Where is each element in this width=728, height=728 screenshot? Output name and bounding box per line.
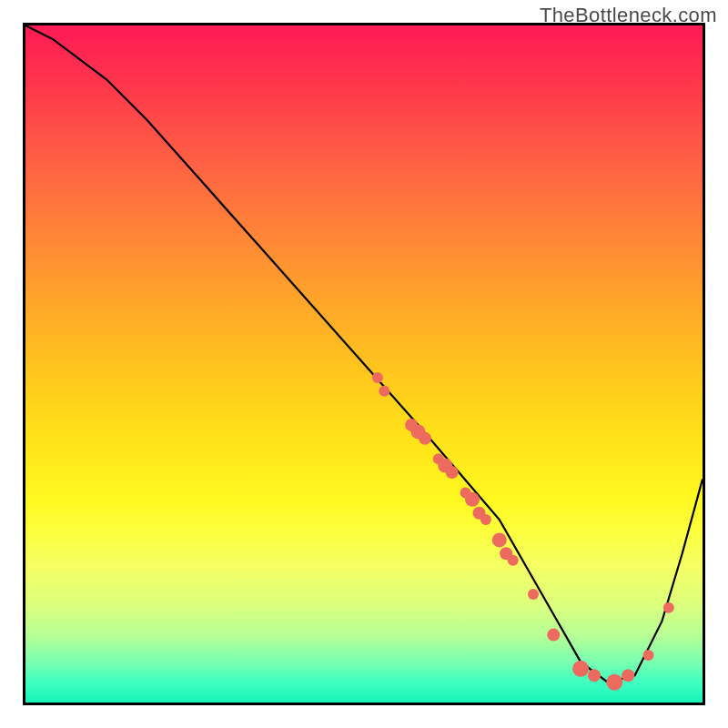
curve-marker: [446, 466, 459, 479]
watermark-text: TheBottleneck.com: [540, 4, 717, 27]
curve-marker: [372, 372, 383, 383]
curve-marker: [419, 432, 431, 445]
curve-marker: [379, 386, 389, 397]
curve-marker: [572, 661, 589, 677]
curve-marker: [643, 650, 654, 661]
curve-marker: [606, 674, 622, 691]
curve-marker: [588, 669, 601, 682]
curve-marker: [508, 555, 519, 566]
curve-marker: [547, 629, 560, 642]
chart-overlay-svg: [25, 25, 703, 703]
bottleneck-curve: [25, 25, 703, 682]
curve-markers: [372, 372, 674, 691]
curve-marker: [663, 602, 674, 613]
curve-marker: [492, 532, 507, 547]
curve-marker: [622, 669, 634, 682]
curve-marker: [528, 589, 539, 600]
curve-marker: [465, 492, 480, 507]
chart-area: [23, 23, 705, 705]
curve-marker: [480, 514, 491, 525]
